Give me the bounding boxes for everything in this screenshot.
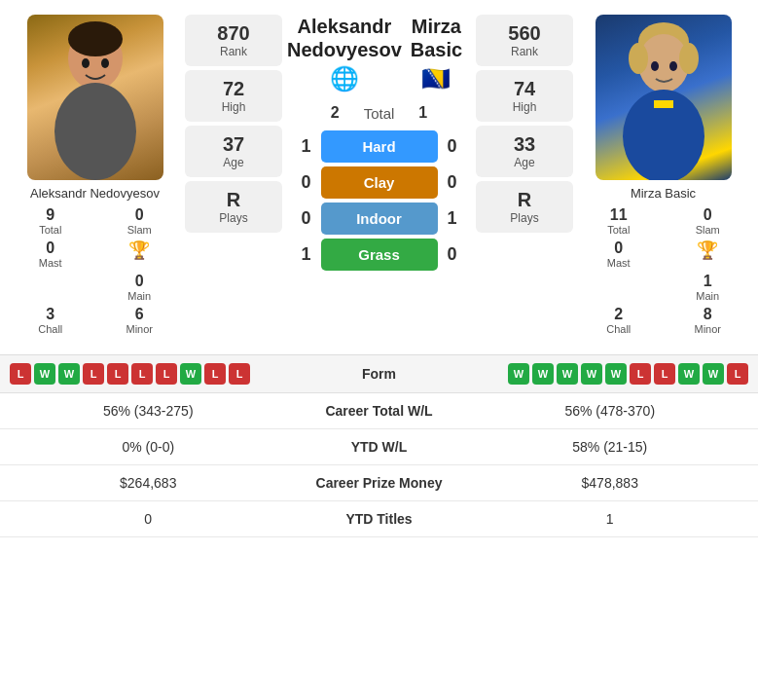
p2-form-badge-7: W	[678, 363, 700, 385]
player1-main-stat: 0 Main	[99, 273, 181, 302]
player2-name-label: Mirza Basic	[631, 186, 696, 201]
player1-mast-value: 0	[46, 239, 54, 257]
player1-chall-stat: 3 Chall	[10, 306, 91, 335]
svg-point-5	[101, 58, 109, 68]
player1-mid-stats: 870 Rank 72 High 37 Age R Plays	[185, 15, 282, 335]
p2-form-badge-9: L	[727, 363, 748, 385]
player2-plays-label: Plays	[510, 211, 538, 225]
player1-chall-label: Chall	[38, 323, 62, 335]
stat-p2-0: 56% (478-370)	[477, 403, 744, 419]
player1-mast-label: Mast	[39, 257, 62, 269]
player1-slam-value: 0	[135, 206, 144, 224]
player2-chall-label: Chall	[606, 323, 631, 335]
stat-label-3: YTD Titles	[282, 511, 477, 527]
hard-p2: 0	[443, 136, 462, 157]
player2-total-label: Total	[607, 224, 630, 236]
player2-main-stat: 1 Main	[668, 273, 749, 302]
player2-plays-box: R Plays	[476, 181, 573, 233]
main-container: Aleksandr Nedovyesov 9 Total 0 Slam 0 Ma…	[0, 0, 758, 537]
p2-form-badge-8: W	[703, 363, 724, 385]
stat-p1-0: 56% (343-275)	[15, 403, 282, 419]
player1-flag: 🌐	[330, 65, 359, 92]
player1-rank-label: Rank	[220, 45, 247, 58]
p1-form-badge-4: L	[107, 363, 128, 385]
player2-rank-label: Rank	[511, 45, 538, 58]
form-label: Form	[321, 366, 438, 382]
stat-p1-2: $264,683	[15, 475, 282, 491]
p1-form-badge-6: L	[156, 363, 177, 385]
svg-point-14	[679, 43, 699, 74]
p1-form-badge-1: W	[34, 363, 55, 385]
player2-stats-grid: 11 Total 0 Slam 0 Mast 🏆 1 Main	[578, 206, 748, 335]
player2-name-block: Mirza Basic 🇧🇦	[402, 15, 471, 92]
player2-main-label: Main	[696, 290, 719, 302]
player2-minor-label: Minor	[694, 323, 721, 335]
player2-column: Mirza Basic 11 Total 0 Slam 0 Mast 🏆	[578, 15, 748, 335]
p1-form-badge-3: L	[83, 363, 104, 385]
player1-form: LWWLLLLWLL	[10, 363, 321, 385]
player1-rank-box: 870 Rank	[185, 15, 282, 66]
clay-p1: 0	[297, 172, 316, 193]
svg-point-3	[54, 83, 136, 180]
p2-form-badge-5: L	[630, 363, 651, 385]
p1-form-badge-9: L	[229, 363, 250, 385]
total-p2: 1	[418, 104, 427, 122]
center-names: AleksandrNedovyesov 🌐 Mirza Basic 🇧🇦	[287, 15, 471, 92]
player1-rank-value: 870	[217, 22, 249, 45]
player1-column: Aleksandr Nedovyesov 9 Total 0 Slam 0 Ma…	[10, 15, 180, 335]
svg-point-1	[68, 21, 123, 56]
player1-plays-value: R	[227, 189, 240, 211]
stat-row-0: 56% (343-275) Career Total W/L 56% (478-…	[0, 393, 758, 429]
svg-rect-10	[654, 100, 673, 108]
player2-trophy-icon: 🏆	[697, 239, 718, 261]
player2-rank-box: 560 Rank	[476, 15, 573, 66]
player1-name-text: AleksandrNedovyesov	[287, 16, 402, 60]
p1-form-badge-8: L	[204, 363, 226, 385]
top-section: Aleksandr Nedovyesov 9 Total 0 Slam 0 Ma…	[0, 0, 758, 350]
player2-mast-label: Mast	[607, 257, 631, 269]
clay-surface-btn: Clay	[321, 166, 438, 199]
stat-p2-1: 58% (21-15)	[477, 439, 744, 455]
player2-minor-value: 8	[704, 306, 712, 323]
player1-chall-value: 3	[46, 306, 54, 323]
grass-surface-btn: Grass	[321, 239, 438, 271]
stat-p2-3: 1	[477, 511, 744, 527]
center-h2h-col: AleksandrNedovyesov 🌐 Mirza Basic 🇧🇦 2 T…	[287, 15, 471, 335]
player1-main-label: Main	[127, 290, 151, 302]
player1-total-value: 9	[46, 206, 54, 224]
player2-silhouette	[596, 15, 732, 180]
stat-label-2: Career Prize Money	[282, 475, 477, 491]
stat-label-0: Career Total W/L	[282, 403, 477, 419]
bottom-section: LWWLLLLWLL Form WWWWWLLWWL 56% (343-275)…	[0, 354, 758, 537]
p1-form-badge-0: L	[10, 363, 31, 385]
player2-total-stat: 11 Total	[578, 206, 660, 236]
player1-age-box: 37 Age	[185, 126, 282, 177]
player1-high-value: 72	[223, 78, 244, 100]
total-label: Total	[364, 105, 395, 122]
clay-row: 0 Clay 0	[287, 166, 471, 199]
player1-minor-label: Minor	[126, 323, 153, 335]
player2-high-box: 74 High	[476, 70, 573, 122]
indoor-p2: 1	[443, 208, 462, 229]
player1-slam-stat: 0 Slam	[99, 206, 181, 236]
player1-trophy-area: 🏆	[99, 239, 181, 269]
player2-age-label: Age	[514, 156, 534, 169]
grass-row: 1 Grass 0	[287, 239, 471, 271]
player2-slam-label: Slam	[696, 224, 720, 236]
player1-plays-box: R Plays	[185, 181, 282, 233]
player2-trophy-area: 🏆	[668, 239, 749, 269]
svg-point-13	[629, 43, 648, 74]
stat-row-3: 0 YTD Titles 1	[0, 501, 758, 537]
p1-form-badge-2: W	[58, 363, 80, 385]
player1-minor-stat: 6 Minor	[99, 306, 181, 335]
player2-chall-value: 2	[614, 306, 623, 323]
stat-p1-3: 0	[15, 511, 282, 527]
stat-p1-1: 0% (0-0)	[15, 439, 282, 455]
p1-form-badge-7: W	[180, 363, 201, 385]
stat-label-1: YTD W/L	[282, 439, 477, 455]
hard-p1: 1	[297, 136, 316, 157]
grass-p1: 1	[297, 244, 316, 265]
player1-plays-label: Plays	[219, 211, 247, 225]
indoor-row: 0 Indoor 1	[287, 203, 471, 235]
player2-form: WWWWWLLWWL	[438, 363, 749, 385]
